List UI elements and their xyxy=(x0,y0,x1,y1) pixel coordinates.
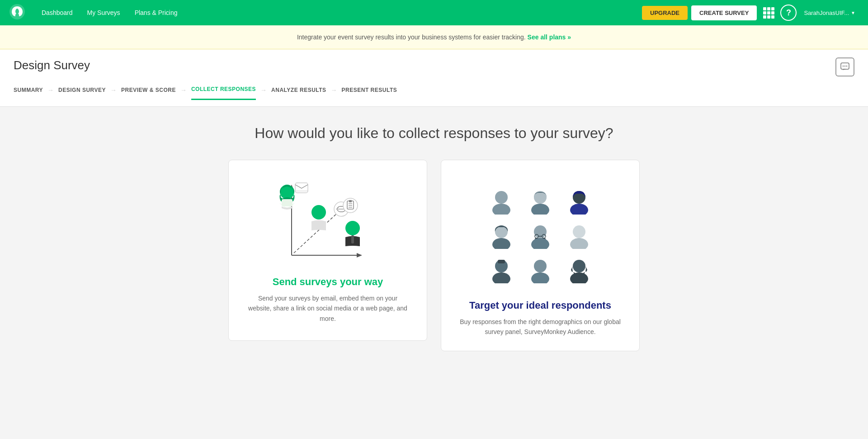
breadcrumb-label-summary: SUMMARY xyxy=(14,87,43,100)
avatar-8 xyxy=(524,256,556,283)
send-surveys-card[interactable]: Send surveys your way Send your surveys … xyxy=(228,160,427,341)
svg-point-10 xyxy=(345,221,360,235)
breadcrumb-present-results[interactable]: PRESENT RESULTS xyxy=(342,81,397,106)
banner-link[interactable]: See all plans » xyxy=(528,33,571,41)
avatar-5 xyxy=(524,222,556,249)
svg-point-12 xyxy=(311,205,326,220)
svg-point-25 xyxy=(495,191,508,204)
breadcrumb-label-present: PRESENT RESULTS xyxy=(342,87,397,100)
svg-marker-8 xyxy=(357,253,362,258)
svg-point-40 xyxy=(570,238,588,249)
breadcrumb-label-analyze: ANALYZE RESULTS xyxy=(271,87,326,100)
target-respondents-heading: Target your ideal respondents xyxy=(459,300,621,311)
nav-my-surveys[interactable]: My Surveys xyxy=(80,0,127,25)
avatar-3 xyxy=(563,187,595,215)
svg-rect-14 xyxy=(282,199,292,206)
svg-rect-11 xyxy=(351,235,354,243)
avatar-2 xyxy=(524,187,556,215)
svg-point-35 xyxy=(531,238,549,249)
breadcrumb-label-design: DESIGN SURVEY xyxy=(58,87,106,100)
svg-point-2 xyxy=(843,66,844,67)
banner-text: Integrate your event survey results into… xyxy=(297,33,526,41)
arrow-icon-1: → xyxy=(47,86,54,100)
page-header: Design Survey SUMMARY → DESIGN SURVEY → … xyxy=(0,49,868,107)
arrow-icon-2: → xyxy=(110,86,117,100)
svg-point-47 xyxy=(573,260,585,272)
target-respondents-illustration xyxy=(459,178,621,292)
svg-rect-42 xyxy=(498,260,505,263)
help-icon: ? xyxy=(786,8,791,18)
svg-point-45 xyxy=(534,260,547,272)
avatar-7 xyxy=(486,256,517,283)
navbar: Dashboard My Surveys Plans & Pricing UPG… xyxy=(0,0,868,25)
svg-point-28 xyxy=(531,204,549,215)
cards-container: Send surveys your way Send your surveys … xyxy=(14,160,854,351)
avatar-6 xyxy=(563,222,595,249)
apps-grid-icon xyxy=(763,7,774,19)
chat-icon xyxy=(840,62,850,72)
breadcrumb-nav: SUMMARY → DESIGN SURVEY → PREVIEW & SCOR… xyxy=(14,80,854,106)
help-button[interactable]: ? xyxy=(780,5,797,21)
svg-point-46 xyxy=(531,272,549,283)
send-surveys-heading: Send surveys your way xyxy=(247,276,409,288)
nav-plans-pricing[interactable]: Plans & Pricing xyxy=(127,0,185,25)
svg-point-32 xyxy=(492,238,510,249)
svg-rect-15 xyxy=(295,183,308,193)
upgrade-button[interactable]: UPGRADE xyxy=(642,6,688,20)
nav-links: Dashboard My Surveys Plans & Pricing xyxy=(34,0,642,25)
send-surveys-desc: Send your surveys by email, embed them o… xyxy=(247,293,409,324)
breadcrumb-label-preview: PREVIEW & SCORE xyxy=(121,87,176,100)
arrow-icon-4: → xyxy=(260,86,267,100)
svg-point-30 xyxy=(570,204,588,215)
nav-dashboard[interactable]: Dashboard xyxy=(34,0,80,25)
avatar-4 xyxy=(486,222,517,249)
svg-point-13 xyxy=(280,185,294,199)
chat-button[interactable] xyxy=(835,57,854,76)
svg-point-3 xyxy=(844,66,845,67)
navbar-right: UPGRADE CREATE SURVEY ? SarahJonasUIF...… xyxy=(642,5,859,21)
send-surveys-svg xyxy=(264,178,391,269)
target-respondents-card[interactable]: Target your ideal respondents Buy respon… xyxy=(441,160,640,351)
apps-grid-button[interactable] xyxy=(760,5,777,21)
page-title: Design Survey xyxy=(14,58,854,72)
user-menu[interactable]: SarahJonasUIF... ▼ xyxy=(800,8,859,18)
avatar-1 xyxy=(486,187,517,215)
promo-banner: Integrate your event survey results into… xyxy=(0,25,868,49)
breadcrumb-summary[interactable]: SUMMARY xyxy=(14,81,43,106)
send-surveys-illustration xyxy=(264,178,391,269)
breadcrumb-preview-score[interactable]: PREVIEW & SCORE xyxy=(121,81,176,106)
svg-point-39 xyxy=(573,225,585,238)
section-title: How would you like to collect responses … xyxy=(14,125,854,142)
main-content: How would you like to collect responses … xyxy=(0,107,868,424)
breadcrumb-collect-responses[interactable]: COLLECT RESPONSES xyxy=(191,80,256,106)
user-name: SarahJonasUIF... xyxy=(804,10,849,16)
logo-icon xyxy=(9,4,25,20)
svg-point-27 xyxy=(534,191,547,204)
svg-point-26 xyxy=(492,204,510,215)
arrow-icon-5: → xyxy=(331,86,337,100)
logo[interactable] xyxy=(9,4,25,22)
chevron-down-icon: ▼ xyxy=(851,10,855,15)
breadcrumb-analyze-results[interactable]: ANALYZE RESULTS xyxy=(271,81,326,106)
target-respondents-desc: Buy responses from the right demographic… xyxy=(459,317,621,337)
breadcrumb-label-collect: COLLECT RESPONSES xyxy=(191,86,256,100)
arrow-icon-3: → xyxy=(180,86,187,100)
avatar-9 xyxy=(563,256,595,283)
svg-point-44 xyxy=(492,272,510,283)
svg-point-4 xyxy=(846,66,847,67)
create-survey-button[interactable]: CREATE SURVEY xyxy=(691,5,757,20)
svg-point-48 xyxy=(570,272,588,283)
breadcrumb-design-survey[interactable]: DESIGN SURVEY xyxy=(58,81,106,106)
svg-rect-24 xyxy=(349,200,352,202)
